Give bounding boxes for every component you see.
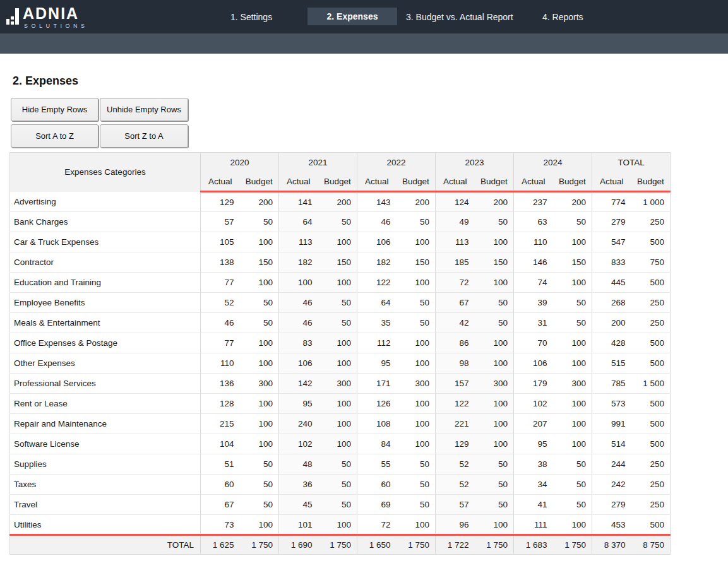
total-value-cell[interactable]: 1 750 bbox=[397, 535, 436, 555]
value-cell[interactable]: 182 bbox=[357, 252, 397, 273]
value-cell[interactable]: 72 bbox=[357, 515, 397, 535]
nav-tab-reports[interactable]: 4. Reports bbox=[542, 0, 583, 33]
value-cell[interactable]: 185 bbox=[436, 252, 475, 273]
value-cell[interactable]: 182 bbox=[279, 252, 318, 273]
total-label-cell[interactable]: TOTAL bbox=[10, 535, 201, 555]
category-cell[interactable]: Employee Benefits bbox=[10, 293, 201, 313]
value-cell[interactable]: 300 bbox=[240, 374, 279, 394]
value-cell[interactable]: 242 bbox=[592, 475, 631, 495]
category-cell[interactable]: Contractor bbox=[10, 252, 201, 273]
value-cell[interactable]: 547 bbox=[592, 232, 631, 252]
value-cell[interactable]: 50 bbox=[397, 495, 436, 515]
value-cell[interactable]: 50 bbox=[240, 313, 279, 333]
value-cell[interactable]: 100 bbox=[553, 333, 592, 353]
value-cell[interactable]: 100 bbox=[240, 515, 279, 535]
value-cell[interactable]: 38 bbox=[514, 454, 553, 475]
value-cell[interactable]: 171 bbox=[357, 374, 397, 394]
value-cell[interactable]: 57 bbox=[436, 495, 475, 515]
value-cell[interactable]: 500 bbox=[631, 515, 671, 535]
value-cell[interactable]: 50 bbox=[475, 475, 514, 495]
value-cell[interactable]: 108 bbox=[357, 414, 397, 434]
value-cell[interactable]: 100 bbox=[475, 515, 514, 535]
value-cell[interactable]: 57 bbox=[201, 212, 240, 232]
value-cell[interactable]: 100 bbox=[475, 353, 514, 374]
value-cell[interactable]: 100 bbox=[318, 394, 357, 414]
value-cell[interactable]: 31 bbox=[514, 313, 553, 333]
value-cell[interactable]: 129 bbox=[436, 434, 475, 454]
value-cell[interactable]: 300 bbox=[397, 374, 436, 394]
category-cell[interactable]: Bank Charges bbox=[10, 212, 201, 232]
value-cell[interactable]: 100 bbox=[475, 414, 514, 434]
value-cell[interactable]: 100 bbox=[240, 273, 279, 293]
value-cell[interactable]: 113 bbox=[279, 232, 318, 252]
value-cell[interactable]: 268 bbox=[592, 293, 631, 313]
value-cell[interactable]: 102 bbox=[514, 394, 553, 414]
value-cell[interactable]: 50 bbox=[475, 313, 514, 333]
value-cell[interactable]: 100 bbox=[397, 414, 436, 434]
value-cell[interactable]: 50 bbox=[397, 475, 436, 495]
category-cell[interactable]: Car & Truck Expenses bbox=[10, 232, 201, 252]
value-cell[interactable]: 52 bbox=[201, 293, 240, 313]
value-cell[interactable]: 250 bbox=[631, 454, 671, 475]
category-cell[interactable]: Rent or Lease bbox=[10, 394, 201, 414]
hide-empty-rows-button[interactable]: Hide Empty Rows bbox=[11, 98, 98, 121]
value-cell[interactable]: 100 bbox=[318, 434, 357, 454]
value-cell[interactable]: 100 bbox=[240, 232, 279, 252]
value-cell[interactable]: 129 bbox=[201, 192, 240, 212]
value-cell[interactable]: 46 bbox=[357, 212, 397, 232]
category-cell[interactable]: Advertising bbox=[10, 192, 201, 212]
total-value-cell[interactable]: 1 683 bbox=[514, 535, 553, 555]
category-cell[interactable]: Other Expenses bbox=[10, 353, 201, 374]
value-cell[interactable]: 136 bbox=[201, 374, 240, 394]
value-cell[interactable]: 73 bbox=[201, 515, 240, 535]
nav-tab-settings[interactable]: 1. Settings bbox=[230, 0, 272, 33]
category-cell[interactable]: Supplies bbox=[10, 454, 201, 475]
value-cell[interactable]: 111 bbox=[514, 515, 553, 535]
value-cell[interactable]: 50 bbox=[240, 454, 279, 475]
value-cell[interactable]: 67 bbox=[436, 293, 475, 313]
value-cell[interactable]: 157 bbox=[436, 374, 475, 394]
value-cell[interactable]: 101 bbox=[279, 515, 318, 535]
value-cell[interactable]: 300 bbox=[553, 374, 592, 394]
value-cell[interactable]: 55 bbox=[357, 454, 397, 475]
value-cell[interactable]: 51 bbox=[201, 454, 240, 475]
value-cell[interactable]: 95 bbox=[279, 394, 318, 414]
value-cell[interactable]: 250 bbox=[631, 293, 671, 313]
value-cell[interactable]: 774 bbox=[592, 192, 631, 212]
value-cell[interactable]: 200 bbox=[592, 313, 631, 333]
value-cell[interactable]: 300 bbox=[318, 374, 357, 394]
value-cell[interactable]: 128 bbox=[201, 394, 240, 414]
value-cell[interactable]: 50 bbox=[397, 313, 436, 333]
total-value-cell[interactable]: 1 750 bbox=[240, 535, 279, 555]
value-cell[interactable]: 34 bbox=[514, 475, 553, 495]
category-cell[interactable]: Utilities bbox=[10, 515, 201, 535]
value-cell[interactable]: 124 bbox=[436, 192, 475, 212]
value-cell[interactable]: 141 bbox=[279, 192, 318, 212]
value-cell[interactable]: 500 bbox=[631, 273, 671, 293]
value-cell[interactable]: 150 bbox=[397, 252, 436, 273]
value-cell[interactable]: 100 bbox=[475, 434, 514, 454]
value-cell[interactable]: 279 bbox=[592, 212, 631, 232]
value-cell[interactable]: 100 bbox=[553, 414, 592, 434]
value-cell[interactable]: 50 bbox=[553, 313, 592, 333]
value-cell[interactable]: 100 bbox=[475, 333, 514, 353]
value-cell[interactable]: 221 bbox=[436, 414, 475, 434]
value-cell[interactable]: 50 bbox=[475, 293, 514, 313]
value-cell[interactable]: 42 bbox=[436, 313, 475, 333]
value-cell[interactable]: 300 bbox=[475, 374, 514, 394]
total-value-cell[interactable]: 1 690 bbox=[279, 535, 318, 555]
value-cell[interactable]: 142 bbox=[279, 374, 318, 394]
category-cell[interactable]: Professional Services bbox=[10, 374, 201, 394]
value-cell[interactable]: 112 bbox=[357, 333, 397, 353]
sort-a-to-z-button[interactable]: Sort A to Z bbox=[11, 124, 98, 148]
value-cell[interactable]: 52 bbox=[436, 475, 475, 495]
value-cell[interactable]: 833 bbox=[592, 252, 631, 273]
value-cell[interactable]: 237 bbox=[514, 192, 553, 212]
value-cell[interactable]: 100 bbox=[553, 273, 592, 293]
value-cell[interactable]: 991 bbox=[592, 414, 631, 434]
value-cell[interactable]: 250 bbox=[631, 313, 671, 333]
unhide-empty-rows-button[interactable]: Unhide Empty Rows bbox=[100, 98, 188, 121]
value-cell[interactable]: 46 bbox=[279, 293, 318, 313]
value-cell[interactable]: 200 bbox=[553, 192, 592, 212]
total-value-cell[interactable]: 1 750 bbox=[553, 535, 592, 555]
